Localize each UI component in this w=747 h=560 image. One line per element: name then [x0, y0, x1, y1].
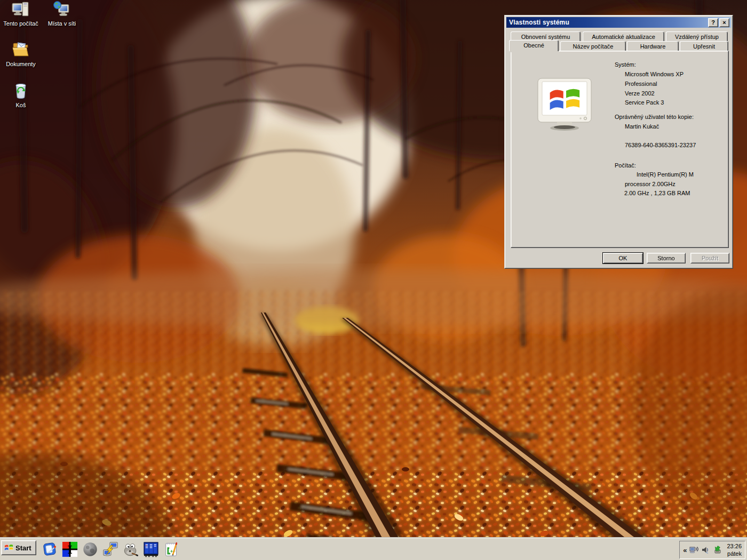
- tray-clock[interactable]: 23:26 pátek: [727, 542, 742, 557]
- desktop-icon-label: Koš: [16, 102, 26, 108]
- system-line: Service Pack 3: [625, 99, 664, 106]
- cancel-button[interactable]: Storno: [647, 253, 686, 263]
- dialog-title: Vlastnosti systému: [509, 19, 569, 26]
- ok-button[interactable]: OK: [603, 253, 643, 263]
- windows-xp-monitor-image: [535, 77, 594, 132]
- tray-expand-chevron[interactable]: «: [683, 546, 687, 554]
- tray-network-activity-icon[interactable]: [689, 546, 699, 554]
- computer-line: Intel(R) Pentium(R) M: [637, 171, 694, 178]
- system-line: Microsoft Windows XP: [625, 71, 684, 77]
- tray-safely-remove-hardware-icon[interactable]: [712, 546, 721, 554]
- quicklaunch-gimp[interactable]: [122, 540, 140, 558]
- close-button[interactable]: ×: [719, 18, 729, 27]
- apply-button[interactable]: Použít: [690, 253, 729, 263]
- system-line: Verze 2002: [625, 90, 655, 97]
- system-line: Professional: [625, 81, 657, 87]
- system-properties-dialog: Vlastnosti systému ? × Obnovení systému …: [504, 15, 733, 269]
- globe-icon: [82, 541, 98, 557]
- text-editor-icon: ++: [163, 541, 179, 557]
- dialog-titlebar[interactable]: Vlastnosti systému ? ×: [506, 17, 731, 28]
- desktop-icon-my-computer[interactable]: Tento počítač: [0, 1, 42, 27]
- show-desktop-icon: [42, 541, 58, 557]
- system-tray: « 23:26 pátek: [679, 541, 745, 559]
- svg-text:I: I: [67, 543, 73, 556]
- color-quadrant-app-icon: I: [62, 541, 78, 557]
- quicklaunch-file-manager[interactable]: [142, 540, 160, 558]
- desktop-icon-label: Tento počítač: [3, 20, 38, 27]
- dialog-frame: Vlastnosti systému ? × Obnovení systému …: [505, 15, 733, 268]
- file-panels-icon: [143, 541, 159, 557]
- quicklaunch-color-quadrant-app[interactable]: I: [61, 540, 79, 558]
- clock-time: 23:26: [727, 542, 742, 550]
- tab-nazev-pocitace[interactable]: Název počítače: [560, 41, 626, 51]
- start-label: Start: [15, 544, 31, 552]
- computer-line: processor 2.00GHz: [625, 181, 676, 187]
- desktop-icon-network-places[interactable]: Místa v síti: [41, 1, 83, 27]
- windows-flag-icon: [4, 543, 13, 552]
- tab-obecne-active[interactable]: Obecné: [509, 40, 559, 51]
- tab-automaticke-aktualizace[interactable]: Automatické aktualizace: [583, 31, 664, 41]
- recycle-bin-icon: [12, 81, 30, 100]
- computer-heading: Počítač:: [615, 162, 636, 169]
- clock-day: pátek: [727, 550, 742, 557]
- quicklaunch-show-desktop[interactable]: [41, 540, 59, 558]
- owner-heading: Oprávněný uživatel této kopie:: [615, 114, 694, 120]
- network-places-icon: [53, 1, 71, 18]
- help-button[interactable]: ?: [708, 18, 718, 27]
- owner-name: Martin Kukač: [625, 123, 659, 130]
- computer-line: 2.00 GHz , 1,23 GB RAM: [624, 190, 690, 196]
- my-computer-icon: [12, 1, 30, 18]
- desktop-icon-documents[interactable]: Dokumenty: [0, 41, 42, 67]
- product-id: 76389-640-8365391-23237: [625, 142, 696, 148]
- desktop-icon-label: Dokumenty: [6, 61, 36, 67]
- quicklaunch-globe-app[interactable]: [82, 540, 99, 558]
- tab-upresnit[interactable]: Upřesnit: [680, 41, 728, 51]
- gimp-icon: [123, 541, 139, 557]
- desktop-icon-label: Místa v síti: [48, 20, 76, 27]
- tab-vzdaleny-pristup[interactable]: Vzdálený přístup: [666, 31, 728, 41]
- start-button[interactable]: Start: [1, 540, 36, 555]
- quicklaunch-network-connection[interactable]: [102, 540, 120, 558]
- documents-folder-icon: [12, 41, 30, 59]
- taskbar: Start I: [0, 538, 747, 560]
- desktop-icon-recycle-bin[interactable]: Koš: [0, 81, 42, 108]
- network-connection-icon: [102, 541, 118, 557]
- quick-launch-bar: I: [41, 540, 180, 558]
- system-heading: Systém:: [615, 61, 636, 68]
- tray-volume-icon[interactable]: [701, 546, 710, 554]
- tab-hardware[interactable]: Hardware: [627, 41, 679, 51]
- quicklaunch-text-editor[interactable]: ++: [163, 540, 180, 558]
